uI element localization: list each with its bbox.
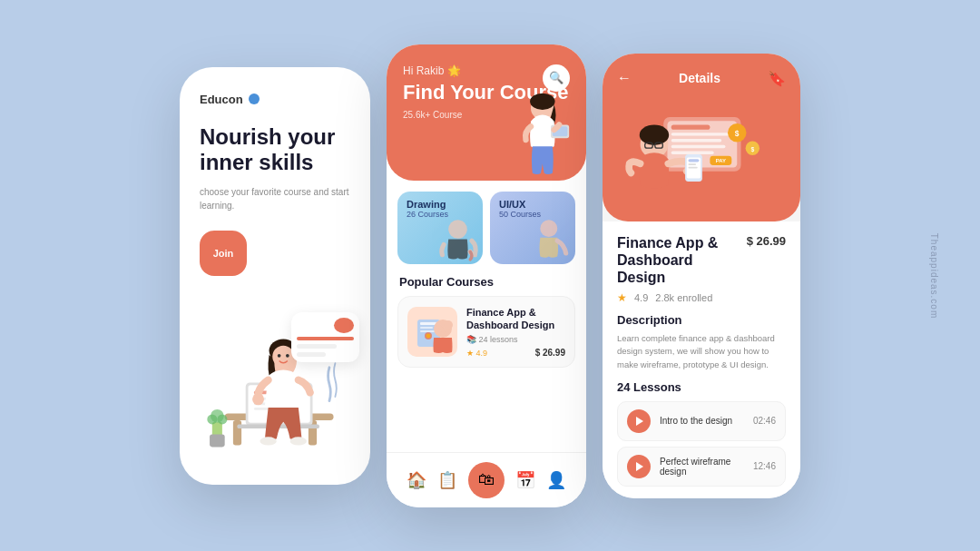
hero-girl-illustration [505,90,577,190]
course-detail-title: Finance App & Dashboard Design [617,234,741,287]
popular-courses-title: Popular Courses [387,271,586,296]
card-avatar [334,318,354,333]
rating-row: ★ 4.9 2.8k enrolled [617,291,786,304]
course-meta: ★ 4.9 $ 26.99 [466,348,565,358]
course-detail-price: $ 26.99 [747,234,786,248]
detail-nav: ← Details 🔖 [617,70,786,87]
svg-point-15 [260,437,276,445]
svg-point-13 [278,354,281,358]
svg-text:PAY: PAY [716,158,726,163]
svg-rect-22 [210,434,225,447]
svg-rect-1 [233,419,241,445]
svg-rect-31 [420,327,433,329]
categories: Drawing 26 Courses UI/UX 50 Courses [387,181,586,271]
bar-2 [297,344,337,349]
back-button[interactable]: ← [617,70,632,86]
category-drawing[interactable]: Drawing 26 Courses [397,192,483,264]
svg-point-16 [290,437,307,445]
course-thumb-svg [410,309,456,354]
course-header: Finance App & Dashboard Design $ 26.99 [617,234,786,287]
category-drawing-name: Drawing [407,199,448,210]
course-card[interactable]: Finance App & Dashboard Design 📚 24 less… [397,296,575,369]
logo: Educon [200,93,350,106]
svg-point-24 [530,93,555,109]
logo-text: Educon [200,93,243,106]
course-rating: ★ 4.9 [466,349,487,358]
svg-point-36 [426,334,430,339]
nav-calendar[interactable]: 📅 [515,470,535,490]
nav-shop[interactable]: 🛍 [468,462,505,498]
lesson-name-2: Perfect wireframe design [660,457,744,477]
svg-rect-39 [671,124,710,129]
lesson-time-1: 02:46 [753,416,776,426]
play-button-1[interactable] [627,409,651,433]
svg-text:$: $ [750,145,754,153]
svg-point-47 [640,124,669,144]
details-title: Details [679,71,720,85]
onboarding-subtitle: choose your favorite course and start le… [200,185,350,212]
play-icon-1 [636,417,643,426]
svg-rect-32 [420,330,435,332]
svg-point-27 [448,220,467,239]
svg-rect-57 [688,159,699,162]
phone2-header: Hi Rakib 🌟 Find Your Course 25.6k+ Cours… [387,44,586,181]
svg-point-28 [540,220,557,237]
lessons-title: 24 Lessons [617,380,786,394]
bar-3 [297,352,326,357]
uiux-illustration [525,210,575,264]
lesson-item-1[interactable]: Intro to the design 02:46 [617,401,786,441]
phone-courses: Hi Rakib 🌟 Find Your Course 25.6k+ Cours… [387,44,586,507]
illustration [200,285,350,467]
description-title: Description [617,313,786,327]
play-button-2[interactable] [627,455,651,478]
phone-onboarding: Educon Nourish your inner skills choose … [180,67,370,485]
join-button[interactable]: Join [200,231,247,275]
svg-point-21 [217,414,227,424]
svg-rect-42 [671,144,726,147]
svg-point-20 [207,414,217,424]
svg-point-14 [286,354,289,358]
lesson-time-2: 12:46 [753,461,776,471]
bookmark-button[interactable]: 🔖 [768,70,786,87]
nav-profile[interactable]: 👤 [546,470,566,490]
rating-number: 4.9 [634,292,648,303]
svg-rect-40 [671,133,733,135]
stars: ★ [617,291,627,304]
bottom-nav: 🏠 📋 🛍 📅 👤 [387,452,586,507]
enrolled-count: 2.8k enrolled [655,292,712,303]
nav-courses[interactable]: 📋 [437,470,457,490]
svg-rect-58 [688,163,696,165]
card-widget [291,312,359,362]
bar-1 [297,337,354,341]
category-uiux[interactable]: UI/UX 50 Courses [490,192,575,264]
svg-rect-43 [671,151,714,153]
svg-text:$: $ [735,128,740,137]
detail-content: Finance App & Dashboard Design $ 26.99 ★… [603,221,800,498]
detail-hero-illustration: PAY $ $ [617,96,786,221]
svg-point-34 [444,320,453,330]
nav-home[interactable]: 🏠 [407,470,426,490]
svg-point-17 [252,393,264,405]
watermark: Theappideas.com [928,232,938,319]
course-price: $ 26.99 [535,348,565,358]
onboarding-title: Nourish your inner skills [200,124,350,177]
phone-detail: ← Details 🔖 PAY [603,54,800,498]
lesson-name-1: Intro to the design [660,416,744,426]
play-icon-2 [636,462,643,471]
lesson-item-2[interactable]: Perfect wireframe design 12:46 [617,447,786,487]
phone3-header: ← Details 🔖 PAY [603,54,800,221]
course-thumbnail [407,307,457,357]
svg-rect-41 [671,138,721,141]
svg-rect-59 [688,166,697,168]
search-icon[interactable]: 🔍 [543,64,570,92]
course-info: Finance App & Dashboard Design 📚 24 less… [466,306,565,359]
course-lessons: 📚 24 lessons [466,335,565,344]
description-text: Learn complete finance app & dashboard d… [617,332,786,371]
course-name: Finance App & Dashboard Design [466,306,565,332]
drawing-illustration [433,210,483,264]
phones-container: Educon Nourish your inner skills choose … [180,44,800,507]
logo-dot [249,93,260,104]
category-uiux-name: UI/UX [499,199,541,210]
